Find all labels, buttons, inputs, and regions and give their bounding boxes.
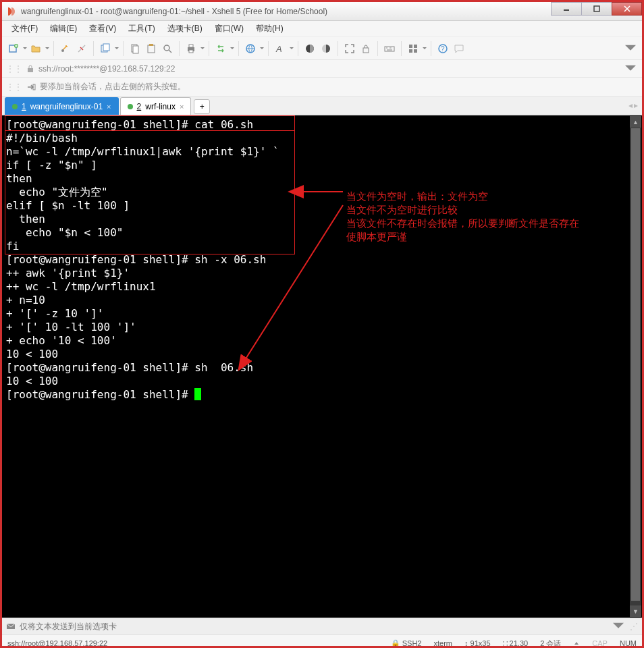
help-button[interactable]: ? [435, 41, 450, 56]
infobar: ⋮⋮ 要添加当前会话，点击左侧的箭头按钮。 [2, 78, 642, 97]
status-cap: CAP [592, 639, 608, 647]
menu-edit[interactable]: 编辑(E) [45, 22, 82, 36]
minimize-button[interactable] [551, 2, 581, 16]
terminal-area[interactable]: [root@wangruifeng-01 shell]# cat 06.sh #… [2, 115, 642, 618]
svg-rect-28 [33, 84, 35, 90]
scroll-up[interactable]: ▲ [630, 116, 641, 128]
keyboard-button[interactable] [382, 41, 397, 56]
tab-nav: ◂ ▸ [628, 101, 638, 110]
titlebar: wangruifenglinux-01 - root@wangruifeng-0… [2, 2, 642, 21]
send-input[interactable] [20, 620, 607, 633]
tab-2-close[interactable]: × [180, 103, 184, 111]
infobar-text: 要添加当前会话，点击左侧的箭头按钮。 [40, 81, 186, 92]
menu-tools[interactable]: 工具(T) [123, 22, 160, 36]
svg-rect-23 [409, 49, 412, 53]
svg-point-4 [61, 49, 64, 52]
reconnect-button[interactable] [58, 41, 73, 56]
tab-prev[interactable]: ◂ [628, 101, 633, 110]
infobar-grip[interactable]: ⋮⋮ [6, 82, 22, 92]
address-dropdown[interactable] [623, 61, 638, 76]
maximize-button[interactable] [581, 2, 612, 16]
svg-rect-9 [148, 45, 155, 53]
status-toggle[interactable] [573, 640, 580, 647]
addressbar-grip[interactable]: ⋮⋮ [6, 64, 22, 74]
menubar: 文件(F) 编辑(E) 查看(V) 工具(T) 选项卡(B) 窗口(W) 帮助(… [2, 21, 642, 37]
svg-rect-1 [594, 6, 599, 11]
web-button[interactable] [243, 41, 258, 56]
status-dot-icon [12, 104, 18, 109]
status-size: ↕ 91x35 [464, 639, 491, 647]
address-text[interactable]: ssh://root:********@192.168.57.129:22 [38, 64, 619, 74]
menu-tabs[interactable]: 选项卡(B) [162, 22, 208, 36]
tabbar: 1 wangruifenglinux-01 × 2 wrf-linux × + … [2, 97, 642, 115]
svg-rect-24 [414, 49, 417, 53]
tab-1-label: wangruifenglinux-01 [30, 102, 103, 111]
svg-rect-14 [189, 50, 193, 53]
status-pos: ⸬ 21,30 [503, 639, 529, 648]
window-title: wangruifenglinux-01 - root@wangruifeng-0… [21, 7, 327, 16]
color2-button[interactable] [319, 41, 333, 56]
send-icon[interactable] [6, 622, 16, 631]
transfer-button[interactable] [213, 41, 228, 56]
scroll-down[interactable]: ▼ [630, 605, 641, 617]
tab-1[interactable]: 1 wangruifenglinux-01 × [5, 97, 119, 115]
add-session-icon[interactable] [26, 82, 36, 92]
svg-rect-20 [385, 47, 394, 51]
status-sessions: 2 会话 [540, 639, 561, 649]
window-controls [551, 2, 642, 16]
status-dot-icon [128, 104, 133, 109]
svg-rect-8 [133, 46, 138, 53]
tile-button[interactable] [406, 41, 421, 56]
addressbar: ⋮⋮ ssh://root:********@192.168.57.129:22 [2, 60, 642, 78]
svg-rect-6 [103, 44, 109, 51]
tab-2-label: wrf-linux [145, 102, 176, 111]
svg-rect-13 [189, 45, 193, 47]
open-button[interactable] [28, 41, 43, 56]
toolbar-overflow[interactable] [623, 41, 638, 56]
terminal-scrollbar[interactable]: ▲ ▼ [630, 116, 641, 617]
svg-rect-27 [28, 68, 33, 72]
tab-add-button[interactable]: + [194, 99, 210, 114]
lock-button[interactable] [358, 41, 373, 56]
close-button[interactable] [612, 2, 642, 16]
tab-1-index: 1 [22, 102, 26, 111]
status-address: ssh://root@192.168.57.129:22 [7, 639, 379, 647]
fullscreen-button[interactable] [342, 41, 357, 56]
svg-rect-10 [149, 44, 153, 46]
svg-point-11 [164, 45, 169, 51]
properties-button[interactable] [98, 41, 113, 56]
paste-button[interactable] [144, 41, 159, 56]
find-button[interactable] [160, 41, 175, 56]
svg-rect-21 [409, 45, 412, 48]
print-button[interactable] [184, 41, 198, 56]
svg-rect-22 [414, 45, 417, 48]
svg-text:?: ? [441, 45, 445, 53]
tab-2[interactable]: 2 wrf-linux × [120, 97, 192, 115]
svg-text:A: A [275, 44, 282, 54]
color1-button[interactable] [302, 41, 317, 56]
app-icon [6, 6, 17, 17]
menu-help[interactable]: 帮助(H) [250, 22, 289, 36]
new-session-button[interactable] [6, 41, 21, 56]
toolbar: A ? [2, 37, 642, 60]
lock-icon [26, 65, 34, 73]
svg-rect-19 [363, 48, 369, 53]
send-dropdown[interactable] [611, 619, 626, 634]
font-button[interactable]: A [273, 41, 288, 56]
menu-window[interactable]: 窗口(W) [209, 22, 249, 36]
disconnect-button[interactable] [74, 41, 89, 56]
menu-file[interactable]: 文件(F) [6, 22, 43, 36]
status-term: xterm [433, 639, 452, 647]
menu-view[interactable]: 查看(V) [84, 22, 122, 36]
copy-button[interactable] [128, 41, 142, 56]
tab-1-close[interactable]: × [107, 103, 111, 111]
chat-button[interactable] [452, 41, 466, 56]
annotation-arrows [2, 115, 637, 615]
status-ssh: 🔒 SSH2 [391, 639, 422, 648]
svg-rect-0 [564, 9, 569, 11]
scroll-thumb[interactable] [631, 128, 640, 601]
statusbar: ssh://root@192.168.57.129:22 🔒 SSH2 xter… [2, 635, 642, 648]
tab-2-index: 2 [137, 102, 142, 111]
tab-next[interactable]: ▸ [634, 101, 638, 110]
send-grip[interactable]: ⋰ [630, 622, 638, 631]
